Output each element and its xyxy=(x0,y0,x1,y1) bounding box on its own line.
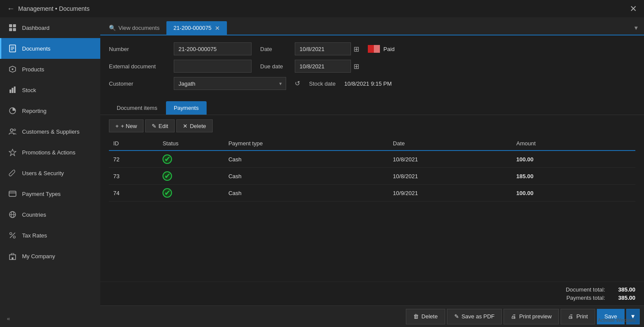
collapse-icon: « xyxy=(7,315,10,322)
cell-amount: 185.00 xyxy=(512,168,635,185)
sidebar-label-reporting: Reporting xyxy=(22,108,46,114)
new-icon: + xyxy=(115,123,119,129)
due-date-input[interactable] xyxy=(295,60,351,73)
table-row[interactable]: 74 ✔ Cash 10/9/2021 100.00 xyxy=(109,185,635,202)
svg-rect-0 xyxy=(9,24,12,27)
sidebar-label-customers: Customers & Suppliers xyxy=(22,128,80,135)
action-print-preview-button[interactable]: 🖨 Print preview xyxy=(504,309,559,324)
svg-marker-16 xyxy=(9,149,16,156)
stock-date-value: 10/8/2021 9:15 PM xyxy=(344,80,392,87)
edit-icon: ✎ xyxy=(152,123,156,129)
tab-close-button[interactable]: ✕ xyxy=(215,25,220,31)
action-print-preview-label: Print preview xyxy=(519,313,552,320)
sidebar: Dashboard Documents xyxy=(0,17,100,327)
sidebar-item-tax-rates[interactable]: Tax Rates xyxy=(0,225,100,246)
sidebar-label-dashboard: Dashboard xyxy=(22,25,50,31)
document-total-value: 385.00 xyxy=(609,286,635,293)
footer-summary: Document total: 385.00 Payments total: 3… xyxy=(100,282,644,305)
sidebar-label-promotions: Promotions & Actions xyxy=(22,149,76,156)
external-doc-input[interactable] xyxy=(174,60,252,73)
action-print-label: Print xyxy=(576,313,588,320)
cell-date: 10/8/2021 xyxy=(389,168,512,185)
main-content: 🔍 View documents 21-200-000075 ✕ ▼ Numbe… xyxy=(100,17,644,327)
grid-icon xyxy=(8,23,17,32)
close-button[interactable]: ✕ xyxy=(630,3,637,14)
chart-icon xyxy=(8,106,17,115)
sidebar-collapse-button[interactable]: « xyxy=(0,310,100,327)
back-button[interactable]: ← xyxy=(7,4,15,13)
delete-icon: ✕ xyxy=(183,123,188,129)
form-area: Number Date ⊞ Paid Ex xyxy=(100,35,644,101)
payments-total-row: Payments total: 385.00 xyxy=(566,295,635,301)
star-icon xyxy=(8,148,17,157)
action-delete-button[interactable]: 🗑 Delete xyxy=(406,309,445,324)
sidebar-item-reporting[interactable]: Reporting xyxy=(0,100,100,121)
cell-payment-type: Cash xyxy=(224,185,389,202)
cell-date: 10/8/2021 xyxy=(389,151,512,168)
svg-line-22 xyxy=(10,233,15,238)
refresh-icon[interactable]: ↺ xyxy=(295,80,300,87)
tab-dropdown-button[interactable]: ▼ xyxy=(628,21,644,35)
sidebar-label-documents: Documents xyxy=(22,45,51,52)
due-date-label: Due date xyxy=(260,63,286,70)
percent-icon xyxy=(8,231,17,240)
sidebar-item-payment-types[interactable]: Payment Types xyxy=(0,183,100,204)
delete-button[interactable]: ✕ Delete xyxy=(176,119,213,132)
sidebar-label-users: Users & Security xyxy=(22,170,64,176)
windows-watermark: Activate Windows xyxy=(598,317,635,323)
sidebar-item-products[interactable]: Products xyxy=(0,59,100,80)
customer-select[interactable]: Jagath xyxy=(174,77,286,90)
new-button[interactable]: + + New xyxy=(109,119,143,132)
date-input[interactable] xyxy=(295,42,351,55)
col-header-date: Date xyxy=(389,137,512,151)
cell-payment-type: Cash xyxy=(224,151,389,168)
card-icon xyxy=(8,189,17,198)
tag-icon xyxy=(8,65,17,74)
print-preview-icon: 🖨 xyxy=(511,313,516,320)
trash-icon: 🗑 xyxy=(413,313,419,320)
action-save-pdf-label: Save as PDF xyxy=(462,313,495,320)
edit-label: Edit xyxy=(159,123,168,129)
sidebar-label-products: Products xyxy=(22,66,44,73)
col-header-id: ID xyxy=(109,137,158,151)
tab-document-items[interactable]: Document items xyxy=(109,101,165,115)
active-tab-label: 21-200-000075 xyxy=(173,25,211,31)
sidebar-item-users[interactable]: Users & Security xyxy=(0,163,100,183)
inner-tabs: Document items Payments xyxy=(100,101,644,115)
sidebar-item-documents[interactable]: Documents xyxy=(0,38,100,59)
doc-icon xyxy=(8,44,17,53)
sidebar-item-customers[interactable]: Customers & Suppliers xyxy=(0,121,100,142)
svg-rect-1 xyxy=(13,24,16,27)
cell-status: ✔ xyxy=(158,168,224,185)
sidebar-label-payment-types: Payment Types xyxy=(22,191,61,197)
tab-view-documents[interactable]: 🔍 View documents xyxy=(102,21,166,35)
sidebar-item-my-company[interactable]: My Company xyxy=(0,246,100,266)
action-save-pdf-button[interactable]: ✎ Save as PDF xyxy=(447,309,502,324)
sidebar-item-promotions[interactable]: Promotions & Actions xyxy=(0,142,100,163)
svg-rect-26 xyxy=(12,257,13,260)
print-icon: 🖨 xyxy=(568,313,574,320)
edit-button[interactable]: ✎ Edit xyxy=(145,119,175,132)
sidebar-item-countries[interactable]: Countries xyxy=(0,204,100,225)
tab-payments[interactable]: Payments xyxy=(166,101,207,115)
company-icon xyxy=(8,252,17,260)
svg-point-15 xyxy=(14,129,16,131)
table-row[interactable]: 73 ✔ Cash 10/8/2021 185.00 xyxy=(109,168,635,185)
tab-document-active[interactable]: 21-200-000075 ✕ xyxy=(166,21,227,35)
sidebar-item-stock[interactable]: Stock xyxy=(0,80,100,100)
table-toolbar: + + New ✎ Edit ✕ Delete xyxy=(109,115,635,137)
status-label: Paid xyxy=(383,46,395,52)
people-icon xyxy=(8,127,17,136)
sidebar-item-dashboard[interactable]: Dashboard xyxy=(0,17,100,38)
due-date-calendar-icon[interactable]: ⊞ xyxy=(354,62,359,71)
date-calendar-icon[interactable]: ⊞ xyxy=(354,45,359,53)
tab-bar: 🔍 View documents 21-200-000075 ✕ ▼ xyxy=(100,17,644,35)
number-input[interactable] xyxy=(174,42,252,55)
title-bar-text: Management • Documents xyxy=(18,5,89,12)
action-print-button[interactable]: 🖨 Print xyxy=(561,309,595,324)
status-color-box xyxy=(368,45,380,53)
save-pdf-icon: ✎ xyxy=(454,313,459,320)
table-row[interactable]: 72 ✔ Cash 10/8/2021 100.00 xyxy=(109,151,635,168)
col-header-amount: Amount xyxy=(512,137,635,151)
col-header-status: Status xyxy=(158,137,224,151)
